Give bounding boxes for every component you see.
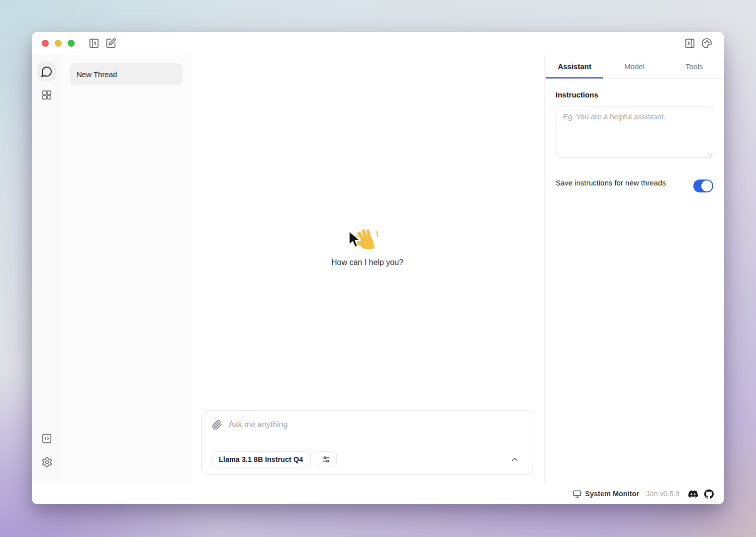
- tab-model[interactable]: Model: [604, 55, 664, 78]
- toggle-left-panel-button[interactable]: [87, 36, 101, 51]
- toggle-right-panel-button[interactable]: [682, 36, 697, 51]
- content-area: New Thread: [32, 55, 724, 483]
- message-input[interactable]: [229, 420, 524, 429]
- collapse-composer-button[interactable]: [508, 452, 522, 466]
- chat-bubble-icon: [41, 66, 53, 78]
- close-window-button[interactable]: [42, 40, 49, 47]
- model-selector-button[interactable]: Llama 3.1 8B Instruct Q4: [211, 451, 311, 467]
- tab-assistant[interactable]: Assistant: [545, 55, 604, 78]
- right-panel-tabs: Assistant Model Tools: [545, 55, 724, 79]
- local-api-server-button[interactable]: [37, 429, 56, 448]
- monitor-icon: [573, 490, 581, 498]
- instructions-heading: Instructions: [556, 90, 713, 99]
- code-square-icon: [41, 433, 52, 444]
- paperclip-icon: [212, 420, 222, 430]
- system-monitor-button[interactable]: System Monitor: [573, 490, 639, 498]
- save-instructions-toggle[interactable]: [693, 179, 713, 192]
- right-panel: Assistant Model Tools Instructions Save …: [545, 55, 724, 483]
- appearance-palette-button[interactable]: [699, 36, 714, 51]
- mouse-cursor: [347, 230, 363, 249]
- system-monitor-label: System Monitor: [585, 490, 639, 498]
- greeting-text: How can I help you?: [331, 258, 403, 267]
- chat-main-area: How can I help you? Llama 3.1 8B Instruc…: [190, 55, 545, 483]
- traffic-lights: [42, 40, 75, 47]
- palette-icon: [701, 38, 712, 49]
- panel-left-close-icon: [89, 38, 99, 49]
- statusbar: System Monitor Jan v0.5.9: [32, 483, 724, 504]
- thread-title: New Thread: [77, 70, 117, 79]
- discord-link-button[interactable]: [687, 488, 698, 499]
- apps-grid-icon: [41, 90, 52, 100]
- app-window: New Thread: [32, 32, 724, 504]
- gear-icon: [41, 456, 53, 468]
- discord-icon: [688, 489, 698, 499]
- panel-right-close-icon: [684, 38, 695, 49]
- model-settings-button[interactable]: [316, 451, 337, 467]
- instructions-textarea[interactable]: [556, 106, 713, 158]
- square-pen-icon: [105, 38, 116, 49]
- composer: Llama 3.1 8B Instruct Q4: [201, 410, 533, 475]
- empty-state: How can I help you?: [190, 226, 544, 267]
- nav-threads-button[interactable]: [37, 62, 56, 81]
- minimize-window-button[interactable]: [55, 40, 62, 47]
- attach-file-button[interactable]: [211, 419, 223, 431]
- github-link-button[interactable]: [703, 488, 714, 499]
- app-version: Jan v0.5.9: [646, 490, 679, 498]
- thread-list-item[interactable]: New Thread: [70, 63, 183, 85]
- zoom-window-button[interactable]: [68, 40, 75, 47]
- settings-button[interactable]: [37, 452, 56, 471]
- github-icon: [704, 489, 714, 499]
- left-icon-rail: [32, 55, 62, 483]
- new-thread-button[interactable]: [103, 36, 118, 51]
- thread-list: New Thread: [62, 55, 190, 483]
- sliders-icon: [322, 455, 331, 464]
- chevron-up-icon: [510, 455, 519, 464]
- titlebar: [32, 32, 724, 55]
- save-instructions-row: Save instructions for new threads: [556, 177, 713, 192]
- toggle-knob: [701, 180, 712, 191]
- nav-hub-button[interactable]: [37, 86, 56, 104]
- tab-tools[interactable]: Tools: [664, 55, 724, 78]
- save-instructions-label: Save instructions for new threads: [556, 177, 673, 189]
